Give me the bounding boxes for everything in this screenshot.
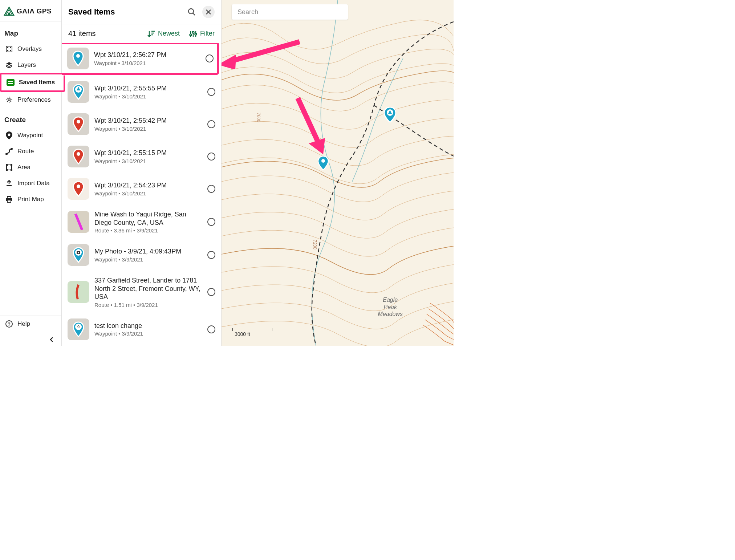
contour-label: 7600 [256,113,261,122]
nav-label: Route [17,148,34,155]
chevron-left-icon [49,337,54,342]
svg-point-5 [8,99,10,101]
item-subtitle: Route • 3.36 mi • 3/9/2021 [94,227,202,234]
item-select-radio[interactable] [207,185,215,193]
route-icon [5,147,13,155]
map-scale: 3000 ft [232,328,272,337]
brand-text: GAIA GPS [17,7,52,15]
item-subtitle: Waypoint • 3/10/2021 [94,93,202,100]
layers-icon [5,61,13,69]
print-icon [5,195,13,203]
nav-area[interactable]: Area [0,159,61,175]
nav-overlays[interactable]: Overlays [0,41,61,57]
item-select-radio[interactable] [207,120,215,128]
sort-icon [147,30,155,38]
item-select-radio[interactable] [207,88,215,96]
list-item[interactable]: Wpt 3/10/21, 2:55:15 PMWaypoint • 3/10/2… [62,140,221,173]
item-select-radio[interactable] [207,288,215,296]
items-list[interactable]: Wpt 3/10/21, 2:56:27 PMWaypoint • 3/10/2… [62,43,221,346]
list-item[interactable]: 337 Garfield Street, Lander to 1781 Nort… [62,271,221,313]
nav-label: Import Data [17,180,50,187]
nav-label: Print Map [17,196,44,203]
item-select-radio[interactable] [207,153,215,161]
map-waypoint-tree[interactable] [384,107,395,122]
list-item[interactable]: Wpt 3/10/21, 2:54:23 PMWaypoint • 3/10/2… [62,173,221,205]
svg-rect-2 [10,47,11,48]
overlays-icon [5,45,13,53]
item-subtitle: Waypoint • 3/10/2021 [94,158,202,164]
item-title: Wpt 3/10/21, 2:55:42 PM [94,117,202,125]
item-select-radio[interactable] [207,251,215,259]
svg-point-32 [78,252,79,253]
item-subtitle: Waypoint • 3/9/2021 [94,256,202,263]
nav-preferences[interactable]: Preferences [0,92,61,108]
waypoint-icon [5,131,13,139]
panel-search-button[interactable] [186,6,198,18]
item-subtitle: Waypoint • 3/9/2021 [94,330,202,337]
sort-button[interactable]: Newest [147,30,180,38]
item-thumbnail [68,81,89,103]
svg-point-23 [195,33,197,35]
nav-waypoint[interactable]: Waypoint [0,127,61,143]
item-title: Mine Wash to Yaqui Ridge, San Diego Coun… [94,210,202,227]
item-thumbnail [68,146,89,167]
brand-logo[interactable]: GAIA GPS [0,0,61,21]
item-select-radio[interactable] [207,325,215,333]
map-waypoint-pin[interactable] [318,156,329,171]
list-item[interactable]: My Photo - 3/9/21, 4:09:43PMWaypoint • 3… [62,239,221,271]
gear-icon [5,96,13,104]
filter-icon [189,30,197,38]
gaia-logo-icon [4,7,15,16]
sort-label: Newest [158,30,180,37]
nav-label: Waypoint [17,132,43,139]
svg-point-24 [76,54,80,58]
item-subtitle: Waypoint • 3/10/2021 [94,60,200,66]
svg-text:9: 9 [77,325,80,329]
nav-layers[interactable]: Layers [0,57,61,73]
annotation-arrow-to-list [222,36,301,69]
nav-import-data[interactable]: Import Data [0,175,61,191]
list-item[interactable]: Wpt 3/10/21, 2:55:55 PMWaypoint • 3/10/2… [62,76,221,108]
item-title: 337 Garfield Street, Lander to 1781 Nort… [94,276,202,301]
filter-label: Filter [200,30,215,37]
svg-point-28 [77,184,80,188]
svg-point-38 [321,159,325,163]
item-title: Wpt 3/10/21, 2:56:27 PM [94,51,200,59]
close-icon [206,9,211,15]
list-item[interactable]: Wpt 3/10/21, 2:56:27 PMWaypoint • 3/10/2… [62,43,219,75]
nav-label: Preferences [17,96,51,104]
nav-help[interactable]: ? Help [0,316,61,332]
item-select-radio[interactable] [207,218,215,226]
list-item[interactable]: 9test icon changeWaypoint • 3/9/2021 [62,313,221,345]
nav-saved-items[interactable]: Saved Items [0,73,65,92]
nav-print-map[interactable]: Print Map [0,191,61,207]
nav-label: Overlays [17,45,42,53]
map-viewport[interactable]: 7600 7200 Eagle Peak Meadows 3000 ft [222,0,454,346]
item-subtitle: Route • 1.51 mi • 3/9/2021 [94,302,202,308]
nav-route[interactable]: Route [0,143,61,159]
svg-text:?: ? [8,321,11,327]
collapse-sidebar-button[interactable] [0,332,61,346]
svg-point-26 [77,120,80,123]
item-thumbnail [68,113,89,135]
item-count: 41 items [68,29,138,38]
item-select-radio[interactable] [206,54,214,62]
svg-rect-10 [6,164,8,166]
item-thumbnail [68,178,89,200]
list-item[interactable]: Wpt 3/10/21, 2:55:42 PMWaypoint • 3/10/2… [62,108,221,140]
svg-point-27 [77,152,80,156]
svg-rect-11 [11,164,12,166]
area-icon [5,163,13,171]
panel-close-button[interactable] [202,6,215,18]
item-subtitle: Waypoint • 3/10/2021 [94,126,202,132]
item-thumbnail [68,281,89,303]
svg-rect-13 [11,169,12,171]
filter-button[interactable]: Filter [189,30,215,38]
section-header-map: Map [0,21,61,41]
list-item[interactable]: Mine Wash to Yaqui Ridge, San Diego Coun… [62,205,221,239]
item-thumbnail [68,211,89,233]
map-search-input[interactable] [232,4,348,20]
map-place-label: Eagle Peak Meadows [378,296,403,317]
svg-rect-33 [68,281,89,303]
help-icon: ? [5,320,13,328]
